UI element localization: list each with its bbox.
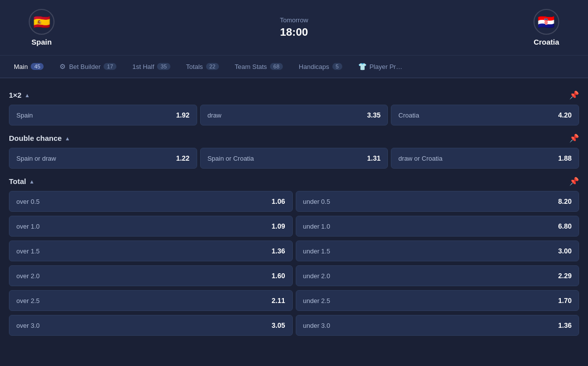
section-double-chance-arrow: ▲ [65,135,70,141]
bet-under-3-odds: 2.29 [558,272,572,280]
match-info: Tomorrow 18:00 [280,16,308,39]
bet-over-2-label: over 1.5 [16,247,40,255]
tab-1st-half-badge: 35 [157,63,170,70]
bet-over-2[interactable]: over 1.5 1.36 [9,241,293,261]
bet-over-4[interactable]: over 2.5 2.11 [9,290,293,311]
bet-spain[interactable]: Spain 1.92 [9,105,197,125]
bet-under-3-label: under 2.0 [303,272,330,280]
tab-bet-builder-badge: 17 [104,63,116,70]
bet-spain-label: Spain [16,112,33,119]
total-row-0: over 0.5 1.06 under 0.5 8.20 [9,191,579,212]
tabs-bar: Main 45 ⚙ Bet Builder 17 1st Half 35 Tot… [0,56,588,78]
bet-over-0-odds: 1.06 [271,197,285,205]
section-header-1x2: 1×2 ▲ 📌 [9,90,579,100]
bet-spain-or-croatia[interactable]: Spain or Croatia 1.31 [200,148,388,169]
bet-over-2-odds: 1.36 [271,247,285,255]
match-time: 18:00 [280,26,308,39]
bet-over-3-odds: 1.60 [271,272,285,280]
total-rows: over 0.5 1.06 under 0.5 8.20 over 1.0 1.… [9,191,579,336]
bet-croatia-label: Croatia [398,112,419,119]
tab-handicaps-badge: 5 [332,63,342,70]
bet-under-0-label: under 0.5 [303,198,330,205]
tab-totals-badge: 22 [206,63,219,70]
tab-team-stats[interactable]: Team Stats 68 [227,56,291,78]
tab-totals[interactable]: Totals 22 [178,56,227,78]
tab-totals-label: Totals [186,63,203,70]
bet-grid-double-chance: Spain or draw 1.22 Spain or Croatia 1.31… [9,148,579,169]
pin-icon-total[interactable]: 📌 [569,177,579,186]
section-header-double-chance: Double chance ▲ 📌 [9,133,579,143]
away-team-name: Croatia [534,38,559,46]
tab-1st-half-label: 1st Half [132,63,154,70]
section-1x2-arrow: ▲ [24,92,30,98]
total-row-1: over 1.0 1.09 under 1.0 6.80 [9,216,579,237]
bet-under-2[interactable]: under 1.5 3.00 [296,241,580,261]
bet-under-4-label: under 2.5 [303,297,330,305]
tab-player-props[interactable]: 👕 Player Pr… [350,56,410,78]
match-header: 🇪🇸 Spain Tomorrow 18:00 🇭🇷 Croatia [0,0,588,56]
tab-main-badge: 45 [31,63,44,70]
bet-over-5[interactable]: over 3.0 3.05 [9,315,293,336]
bet-under-5[interactable]: under 3.0 1.36 [296,315,580,336]
total-row-4: over 2.5 2.11 under 2.5 1.70 [9,290,579,311]
bet-under-2-label: under 1.5 [303,247,330,255]
bet-spain-or-croatia-label: Spain or Croatia [208,155,254,162]
tab-bet-builder[interactable]: ⚙ Bet Builder 17 [52,56,124,78]
section-header-total: Total ▲ 📌 [9,177,579,186]
home-team-block: 🇪🇸 Spain [12,9,71,46]
bet-grid-1x2: Spain 1.92 draw 3.35 Croatia 4.20 [9,105,579,125]
bet-over-1-odds: 1.09 [271,222,285,230]
home-team-name: Spain [32,38,52,46]
tab-main-label: Main [14,63,28,70]
tab-handicaps-label: Handicaps [299,63,329,70]
bet-draw-or-croatia-odds: 1.88 [558,154,572,162]
bet-builder-icon: ⚙ [59,62,66,70]
section-total-arrow: ▲ [29,179,35,184]
bet-draw-or-croatia-label: draw or Croatia [398,155,442,162]
bet-spain-or-draw-odds: 1.22 [176,154,189,162]
section-1x2-text: 1×2 [9,91,21,99]
tab-bet-builder-label: Bet Builder [69,63,101,70]
tab-handicaps[interactable]: Handicaps 5 [291,56,350,78]
section-total-text: Total [9,177,26,185]
bet-over-1-label: over 1.0 [16,223,40,230]
tab-1st-half[interactable]: 1st Half 35 [124,56,178,78]
bet-over-1[interactable]: over 1.0 1.09 [9,216,293,237]
bet-under-5-label: under 3.0 [303,322,330,329]
bet-under-0-odds: 8.20 [558,197,572,205]
bet-over-0-label: over 0.5 [16,198,40,205]
tab-main[interactable]: Main 45 [6,56,52,78]
bet-over-3[interactable]: over 2.0 1.60 [9,265,293,286]
bet-draw-label: draw [208,112,221,119]
bet-over-0[interactable]: over 0.5 1.06 [9,191,293,212]
bet-over-3-label: over 2.0 [16,272,40,280]
tab-player-props-label: Player Pr… [370,63,402,70]
home-team-flag: 🇪🇸 [29,9,54,35]
bet-draw-or-croatia[interactable]: draw or Croatia 1.88 [391,148,579,169]
bet-under-4[interactable]: under 2.5 1.70 [296,290,580,311]
pin-icon-double-chance[interactable]: 📌 [569,133,579,143]
bet-under-4-odds: 1.70 [558,297,572,305]
total-row-2: over 1.5 1.36 under 1.5 3.00 [9,241,579,261]
tab-team-stats-label: Team Stats [235,63,267,70]
section-title-1x2: 1×2 ▲ [9,91,30,99]
bet-under-1-label: under 1.0 [303,223,330,230]
away-team-flag: 🇭🇷 [534,9,559,35]
bet-spain-or-draw[interactable]: Spain or draw 1.22 [9,148,197,169]
bet-under-3[interactable]: under 2.0 2.29 [296,265,580,286]
bet-spain-or-croatia-odds: 1.31 [367,154,380,162]
bet-croatia[interactable]: Croatia 4.20 [391,105,579,125]
bet-over-4-label: over 2.5 [16,297,40,305]
bet-spain-or-draw-label: Spain or draw [16,155,56,162]
bet-under-1[interactable]: under 1.0 6.80 [296,216,580,237]
away-team-block: 🇭🇷 Croatia [517,9,576,46]
pin-icon-1x2[interactable]: 📌 [569,90,579,100]
bet-over-5-label: over 3.0 [16,322,40,329]
bet-under-0[interactable]: under 0.5 8.20 [296,191,580,212]
bet-over-4-odds: 2.11 [271,297,285,305]
bet-draw[interactable]: draw 3.35 [200,105,388,125]
bet-spain-odds: 1.92 [176,111,189,119]
section-title-total: Total ▲ [9,177,35,185]
match-time-label: Tomorrow [280,16,308,24]
bet-under-1-odds: 6.80 [558,222,572,230]
